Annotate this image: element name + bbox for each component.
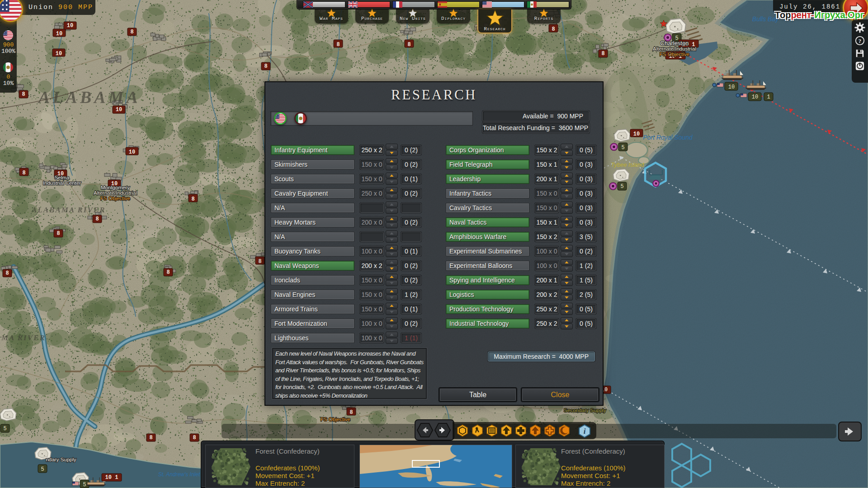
svg-text:Alternate/Industrial: Alternate/Industrial — [653, 46, 696, 52]
svg-text:8: 8 — [193, 435, 196, 441]
svg-text:10 1: 10 1 — [105, 474, 118, 481]
svg-text:ALABAMA RIVER: ALABAMA RIVER — [31, 206, 105, 214]
svg-text:Port Royal Sound: Port Royal Sound — [643, 134, 693, 141]
svg-text:Secondary Supply: Secondary Supply — [564, 408, 606, 413]
svg-text:MA RIVER: MA RIVER — [1, 333, 46, 342]
svg-text:5: 5 — [620, 183, 623, 190]
svg-text:Alternate/Industrial: Alternate/Industrial — [94, 190, 137, 196]
svg-text:ndary Supply: ndary Supply — [46, 457, 76, 462]
svg-text:10: 10 — [67, 23, 73, 29]
svg-text:8: 8 — [601, 51, 604, 57]
svg-text:FS Objective: FS Objective — [660, 52, 689, 57]
svg-text:5: 5 — [41, 466, 44, 473]
svg-text:8: 8 — [149, 435, 152, 441]
svg-text:8: 8 — [191, 196, 194, 202]
svg-text:i: i — [584, 427, 586, 436]
svg-text:10: 10 — [129, 149, 135, 155]
svg-text:8: 8 — [349, 409, 353, 416]
svg-text:10: 10 — [56, 51, 62, 57]
svg-text:1: 1 — [767, 94, 770, 100]
svg-text:Industrial Center: Industrial Center — [43, 180, 81, 186]
svg-text:10: 10 — [728, 84, 735, 90]
svg-text:?: ? — [859, 38, 861, 44]
svg-text:Montgomery: Montgomery — [101, 185, 130, 190]
svg-text:Charleston: Charleston — [660, 40, 689, 47]
svg-text:8: 8 — [258, 258, 261, 265]
svg-text:8: 8 — [336, 42, 340, 48]
svg-text:8: 8 — [22, 170, 25, 176]
svg-text:St. Andrew's Inlet: St. Andrew's Inlet — [158, 471, 200, 478]
svg-text:8: 8 — [407, 42, 410, 48]
svg-text:FS Objective: FS Objective — [100, 196, 130, 201]
svg-text:8: 8 — [264, 63, 267, 70]
svg-text:10: 10 — [633, 131, 640, 137]
svg-text:10: 10 — [56, 31, 62, 37]
svg-text:8: 8 — [130, 29, 133, 35]
svg-text:Selma: Selma — [55, 175, 70, 180]
svg-text:8: 8 — [22, 91, 25, 98]
svg-text:8: 8 — [5, 270, 9, 277]
svg-text:5: 5 — [3, 426, 6, 432]
svg-text:5: 5 — [83, 482, 86, 488]
svg-text:8: 8 — [57, 230, 60, 237]
svg-text:FS Objective: FS Objective — [321, 417, 350, 422]
svg-text:10: 10 — [116, 107, 122, 113]
svg-text:Tybee Island: Tybee Island — [611, 161, 644, 168]
svg-text:5: 5 — [621, 145, 624, 151]
svg-text:10: 10 — [752, 94, 758, 100]
svg-text:8: 8 — [552, 26, 555, 33]
svg-text:ALABAMA: ALABAMA — [38, 88, 141, 107]
svg-text:8: 8 — [166, 269, 170, 276]
svg-text:8: 8 — [95, 216, 99, 222]
